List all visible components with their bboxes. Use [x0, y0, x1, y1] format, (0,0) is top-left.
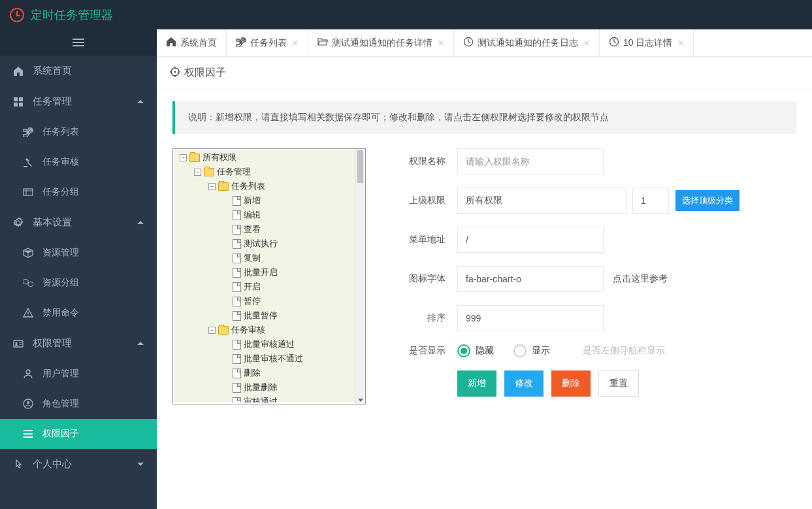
svg-rect-1 — [19, 97, 23, 101]
tree-node[interactable]: −所有权限 — [174, 151, 355, 164]
file-icon — [233, 239, 241, 249]
cubes-icon — [23, 278, 36, 288]
tree-node[interactable]: 复制 — [174, 252, 355, 265]
tree-node-label: 任务管理 — [217, 166, 251, 178]
close-icon[interactable]: ✕ — [438, 39, 444, 48]
logo[interactable]: 定时任务管理器 — [10, 7, 113, 23]
sidebar-item-4[interactable]: 任务分组 — [0, 177, 157, 207]
reset-button[interactable]: 重置 — [598, 370, 639, 397]
sidebar-item-5[interactable]: 基本设置 — [0, 207, 157, 238]
tree-node[interactable]: 开启 — [174, 280, 355, 293]
sidebar: 系统首页任务管理任务列表任务审核任务分组基本设置资源管理资源分组禁用命令权限管理… — [0, 29, 157, 509]
page-title-bar: 权限因子 — [157, 57, 812, 90]
name-input[interactable] — [457, 148, 604, 174]
tab-2[interactable]: 测试通知通知的任务详情✕ — [308, 29, 454, 56]
tab-3[interactable]: 测试通知通知的任务日志✕ — [454, 29, 600, 56]
edit-button[interactable]: 修改 — [504, 370, 544, 397]
file-icon — [233, 282, 241, 292]
tree-node[interactable]: −任务列表 — [174, 180, 355, 193]
tree-node[interactable]: 审核通过 — [174, 395, 355, 402]
folder-icon — [189, 154, 200, 162]
tree-node[interactable]: 批量开启 — [174, 266, 355, 279]
tree-toggle-icon[interactable]: − — [194, 169, 201, 176]
tree-node[interactable]: 新增 — [174, 194, 355, 207]
close-icon[interactable]: ✕ — [677, 39, 684, 48]
sidebar-item-3[interactable]: 任务审核 — [0, 147, 157, 177]
tree-node-label: 任务审核 — [231, 324, 265, 336]
sidebar-item-10[interactable]: 用户管理 — [0, 359, 157, 389]
folder-icon — [218, 326, 229, 335]
parent-id-input[interactable] — [632, 188, 669, 214]
file-icon — [233, 340, 241, 350]
permission-tree[interactable]: −所有权限−任务管理−任务列表新增编辑查看测试执行复制批量开启开启暂停批量暂停−… — [174, 150, 355, 402]
tree-toggle-icon[interactable]: − — [208, 183, 216, 190]
tree-toggle-icon[interactable]: − — [180, 154, 187, 161]
tree-toggle-icon[interactable]: − — [208, 327, 216, 334]
tree-node[interactable]: 查看 — [174, 223, 355, 236]
delete-button[interactable]: 删除 — [551, 370, 591, 397]
main: 系统首页任务列表✕测试通知通知的任务详情✕测试通知通知的任务日志✕10 日志详情… — [157, 29, 812, 509]
file-icon — [233, 225, 241, 235]
permission-tree-box: −所有权限−任务管理−任务列表新增编辑查看测试执行复制批量开启开启暂停批量暂停−… — [172, 148, 366, 404]
tree-scrollbar[interactable] — [355, 149, 365, 404]
tree-node-label: 批量开启 — [244, 267, 278, 278]
icon-input[interactable] — [457, 266, 604, 292]
sidebar-item-0[interactable]: 系统首页 — [0, 56, 157, 86]
tree-node-label: 开启 — [244, 281, 261, 293]
tree-node-label: 查看 — [244, 223, 261, 235]
random-icon — [23, 127, 36, 137]
folder-icon — [204, 168, 214, 176]
list-icon — [23, 429, 36, 439]
display-hint: 是否左侧导航栏显示 — [583, 345, 665, 357]
sidebar-item-8[interactable]: 禁用命令 — [0, 298, 157, 328]
parent-input[interactable] — [457, 188, 627, 214]
header: 定时任务管理器 — [0, 0, 812, 29]
user-icon — [23, 369, 36, 379]
add-button[interactable]: 新增 — [457, 370, 496, 397]
tree-node[interactable]: 批量暂停 — [174, 309, 355, 322]
sort-input[interactable] — [457, 305, 604, 331]
file-icon — [233, 297, 241, 306]
icon-reference-link[interactable]: 点击这里参考 — [613, 273, 668, 285]
name-label: 权限名称 — [392, 156, 457, 167]
chevron-up-icon — [137, 221, 144, 224]
tree-node-label: 复制 — [244, 252, 261, 264]
icon-label: 图标字体 — [392, 273, 457, 285]
tree-node[interactable]: 测试执行 — [174, 237, 355, 250]
sidebar-item-9[interactable]: 权限管理 — [0, 328, 157, 359]
tab-label: 测试通知通知的任务详情 — [332, 37, 432, 49]
close-icon[interactable]: ✕ — [292, 39, 299, 48]
sidebar-item-2[interactable]: 任务列表 — [0, 117, 157, 147]
display-hidden-radio[interactable]: 隐藏 — [457, 344, 494, 357]
sidebar-item-12[interactable]: 权限因子 — [0, 419, 157, 449]
tree-node[interactable]: −任务审核 — [174, 323, 355, 337]
tab-4[interactable]: 10 日志详情✕ — [600, 29, 694, 56]
svg-point-6 — [16, 342, 18, 344]
tree-node[interactable]: 批量审核通过 — [174, 338, 355, 351]
tree-node[interactable]: −任务管理 — [174, 165, 355, 178]
tree-node-label: 审核通过 — [244, 396, 278, 402]
sidebar-item-13[interactable]: 个人中心 — [0, 449, 157, 480]
tree-node[interactable]: 批量删除 — [174, 381, 355, 394]
file-icon — [233, 354, 241, 364]
url-input[interactable] — [457, 227, 604, 253]
tab-0[interactable]: 系统首页 — [157, 29, 227, 56]
sidebar-item-7[interactable]: 资源分组 — [0, 268, 157, 298]
sidebar-item-11[interactable]: 角色管理 — [0, 389, 157, 419]
close-icon[interactable]: ✕ — [583, 39, 590, 48]
tree-node[interactable]: 编辑 — [174, 208, 355, 222]
clock-icon — [10, 8, 24, 22]
sidebar-item-1[interactable]: 任务管理 — [0, 86, 157, 117]
tree-node[interactable]: 批量审核不通过 — [174, 352, 355, 365]
file-icon — [233, 210, 241, 220]
file-icon — [233, 397, 241, 403]
tree-node[interactable]: 暂停 — [174, 295, 355, 308]
crosshair-icon — [170, 67, 180, 80]
gavel-icon — [23, 157, 36, 167]
display-show-radio[interactable]: 显示 — [513, 344, 550, 357]
sidebar-item-6[interactable]: 资源管理 — [0, 238, 157, 268]
tab-1[interactable]: 任务列表✕ — [227, 29, 308, 56]
sidebar-toggle[interactable] — [0, 29, 157, 56]
select-top-button[interactable]: 选择顶级分类 — [675, 190, 739, 211]
tree-node[interactable]: 删除 — [174, 367, 355, 380]
